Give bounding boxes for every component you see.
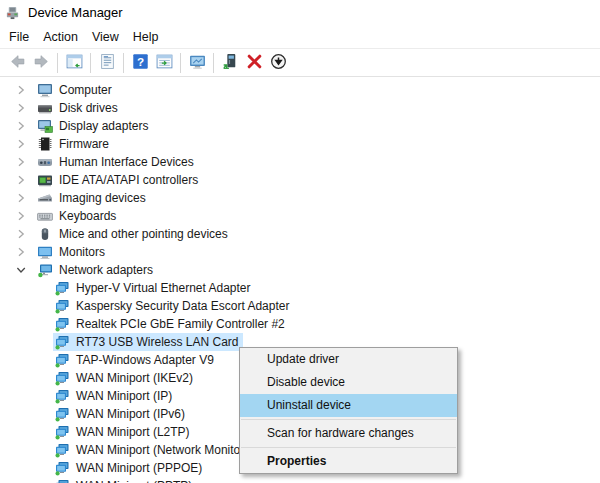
export-list-button[interactable] <box>153 52 175 74</box>
tree-item-content: Monitors <box>36 243 109 261</box>
tree-item-label: Imaging devices <box>59 189 146 207</box>
tree-item-content: TAP-Windows Adapter V9 <box>53 351 218 369</box>
disable-icon <box>270 53 287 73</box>
network-adapter-icon <box>54 478 70 483</box>
chevron-right-icon[interactable] <box>14 227 28 241</box>
tree-item-label: IDE ATA/ATAPI controllers <box>59 171 198 189</box>
tree-item-firmware[interactable]: Firmware <box>0 135 600 153</box>
network-adapter-icon <box>54 316 70 332</box>
tree-item-content: Display adapters <box>36 117 152 135</box>
network-adapter-icon <box>54 388 70 404</box>
tree-item-content: Kaspersky Security Data Escort Adapter <box>53 297 293 315</box>
tree-item-keyboards[interactable]: Keyboards <box>0 207 600 225</box>
device-manager-icon <box>5 5 20 20</box>
chevron-right-icon[interactable] <box>14 101 28 115</box>
chevron-right-icon[interactable] <box>14 119 28 133</box>
context-menu-item-update-driver[interactable]: Update driver <box>240 348 457 371</box>
tree-item-monitors[interactable]: Monitors <box>0 243 600 261</box>
help-icon: ? <box>132 53 149 73</box>
update-driver-button[interactable] <box>219 52 241 74</box>
context-menu-item-uninstall-device[interactable]: Uninstall device <box>240 394 457 417</box>
menu-item-action[interactable]: Action <box>36 28 85 46</box>
tree-item-realtek-pcie-gbe-family-controller-2[interactable]: Realtek PCIe GbE Family Controller #2 <box>0 315 600 333</box>
tree-item-label: Realtek PCIe GbE Family Controller #2 <box>76 315 285 333</box>
tree-item-kaspersky-security-data-escort-adapter[interactable]: Kaspersky Security Data Escort Adapter <box>0 297 600 315</box>
disable-button[interactable] <box>267 52 289 74</box>
tree-item-content: WAN Miniport (IKEv2) <box>53 369 197 387</box>
tree-item-label: WAN Miniport (IKEv2) <box>76 369 193 387</box>
network-adapter-icon <box>54 442 70 458</box>
remote-computer-button[interactable] <box>186 52 208 74</box>
menu-bar: FileActionViewHelp <box>0 26 600 49</box>
computer-icon <box>37 82 53 98</box>
network-adapter-icon <box>54 424 70 440</box>
menu-item-file[interactable]: File <box>2 28 36 46</box>
tree-item-content: Keyboards <box>36 207 120 225</box>
tree-item-content: Computer <box>36 81 116 99</box>
context-menu-item-scan-for-hardware-changes[interactable]: Scan for hardware changes <box>240 422 457 445</box>
tree-item-label: WAN Miniport (Network Monitor) <box>76 441 248 459</box>
chevron-right-icon[interactable] <box>14 137 28 151</box>
tree-item-content: WAN Miniport (IP) <box>53 387 176 405</box>
network-adapter-icon <box>54 460 70 476</box>
ide-controller-icon <box>37 172 53 188</box>
tree-item-wan-miniport-pptp[interactable]: WAN Miniport (PPTP) <box>0 477 600 483</box>
context-menu-separator <box>241 447 456 448</box>
chevron-right-icon[interactable] <box>14 155 28 169</box>
chevron-right-icon[interactable] <box>14 245 28 259</box>
properties-icon <box>99 53 116 73</box>
context-menu-item-properties[interactable]: Properties <box>240 450 457 473</box>
tree-item-label: TAP-Windows Adapter V9 <box>76 351 214 369</box>
show-console-tree-button[interactable] <box>63 52 85 74</box>
properties-button[interactable] <box>96 52 118 74</box>
tree-item-content: WAN Miniport (PPPOE) <box>53 459 206 477</box>
chevron-right-icon[interactable] <box>14 191 28 205</box>
forward-icon <box>33 53 50 73</box>
help-button[interactable]: ? <box>129 52 151 74</box>
keyboard-icon <box>37 208 53 224</box>
chevron-down-icon[interactable] <box>14 263 28 277</box>
network-adapter-icon <box>54 406 70 422</box>
tree-item-imaging-devices[interactable]: Imaging devices <box>0 189 600 207</box>
menu-item-help[interactable]: Help <box>126 28 166 46</box>
tree-item-ide-ata-atapi-controllers[interactable]: IDE ATA/ATAPI controllers <box>0 171 600 189</box>
tree-item-label: Keyboards <box>59 207 116 225</box>
uninstall-button[interactable] <box>243 52 265 74</box>
window-titlebar: Device Manager <box>0 0 600 24</box>
uninstall-icon <box>246 53 263 73</box>
toolbar-separator <box>123 53 124 73</box>
tree-item-content: IDE ATA/ATAPI controllers <box>36 171 202 189</box>
tree-item-label: Disk drives <box>59 99 118 117</box>
hid-icon <box>37 154 53 170</box>
back-button[interactable] <box>6 52 28 74</box>
tree-item-content: WAN Miniport (IPv6) <box>53 405 189 423</box>
tree-item-human-interface-devices[interactable]: Human Interface Devices <box>0 153 600 171</box>
monitor-icon <box>37 244 53 260</box>
menu-item-view[interactable]: View <box>85 28 126 46</box>
chevron-right-icon[interactable] <box>14 209 28 223</box>
network-adapter-icon <box>54 370 70 386</box>
chevron-right-icon[interactable] <box>14 83 28 97</box>
update-driver-icon <box>222 53 239 73</box>
tree-item-content: Network adapters <box>36 261 157 279</box>
tree-item-label: Hyper-V Virtual Ethernet Adapter <box>76 279 251 297</box>
tree-item-hyper-v-virtual-ethernet-adapter[interactable]: Hyper-V Virtual Ethernet Adapter <box>0 279 600 297</box>
tree-item-label: Mice and other pointing devices <box>59 225 228 243</box>
forward-button[interactable] <box>30 52 52 74</box>
tree-item-computer[interactable]: Computer <box>0 81 600 99</box>
tree-item-mice-and-other-pointing-devices[interactable]: Mice and other pointing devices <box>0 225 600 243</box>
tree-item-disk-drives[interactable]: Disk drives <box>0 99 600 117</box>
firmware-icon <box>37 136 53 152</box>
tree-item-network-adapters[interactable]: Network adapters <box>0 261 600 279</box>
tree-item-content: Disk drives <box>36 99 122 117</box>
tree-item-label: RT73 USB Wireless LAN Card <box>76 333 239 351</box>
tree-item-content: Realtek PCIe GbE Family Controller #2 <box>53 315 289 333</box>
tree-item-label: Network adapters <box>59 261 153 279</box>
context-menu-item-disable-device[interactable]: Disable device <box>240 371 457 394</box>
tree-item-label: Monitors <box>59 243 105 261</box>
tree-item-display-adapters[interactable]: Display adapters <box>0 117 600 135</box>
network-adapter-icon <box>54 280 70 296</box>
chevron-right-icon[interactable] <box>14 173 28 187</box>
toolbar-separator <box>180 53 181 73</box>
tree-item-content: Imaging devices <box>36 189 150 207</box>
